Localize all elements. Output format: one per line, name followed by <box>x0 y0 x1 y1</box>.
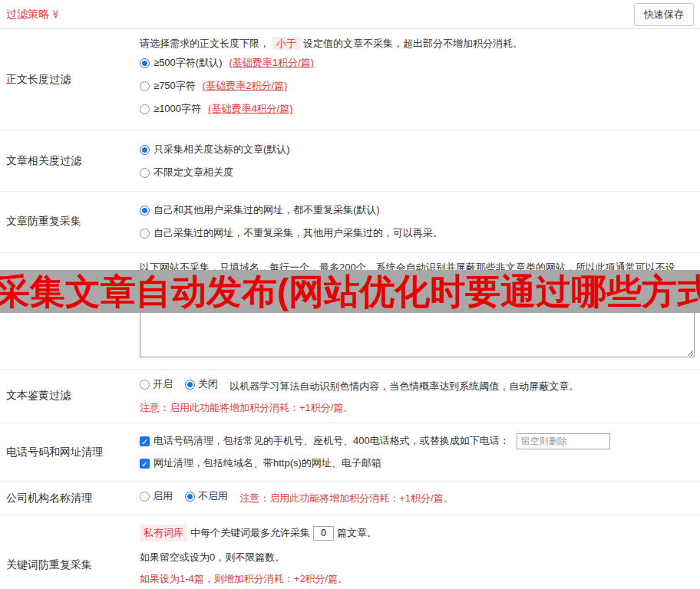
row-label-company-clean: 公司机构名称清理 <box>0 482 134 515</box>
quick-save-button[interactable]: 快速保存 <box>634 3 694 26</box>
radio-option-750chars[interactable]: ≥750字符 (基础费率2积分/篇) <box>140 74 695 97</box>
option-label: 电话号码清理，包括常见的手机号、座机号、400电话格式，或替换成如下电话： <box>154 433 510 449</box>
row-dedup-filter: 文章防重复采集 自己和其他用户采集过的网址，都不重复采集(默认) 自己采集过的网… <box>0 192 700 252</box>
option-label: ≥750字符 <box>154 78 196 94</box>
row-label-dedup-filter: 文章防重复采集 <box>0 192 134 252</box>
row-content-keyword-dedup: 私有词库 中每个关键词最多允许采集 篇文章。 如果留空或设为0，则不限篇数。 如… <box>134 515 700 589</box>
radio-option-relevance-any[interactable]: 不限定文章相关度 <box>140 161 695 184</box>
replacement-phone-input[interactable] <box>517 433 610 449</box>
row-porn-filter: 文本鉴黄过滤 开启 关闭 以机器学习算法自动识别色情内容，当色情概率达到系统阈值… <box>0 370 700 423</box>
radio-icon[interactable] <box>140 229 150 239</box>
row-label-keyword-dedup: 关键词防重复采集 <box>0 515 134 589</box>
chevron-down-icon: ≫ <box>51 10 60 19</box>
option-label: 只采集相关度达标的文章(默认) <box>154 142 290 157</box>
keyword-limit-suffix: 篇文章。 <box>337 525 377 541</box>
radio-icon[interactable] <box>140 81 150 91</box>
radio-icon[interactable] <box>140 492 150 502</box>
radio-option-1000chars[interactable]: ≥1000字符 (基础费率4积分/篇) <box>140 97 695 120</box>
porn-filter-fee-note: 注意：启用此功能将增加积分消耗：+1积分/篇。 <box>140 400 695 416</box>
row-company-clean: 公司机构名称清理 启用 不启用 注意：启用此功能将增加积分消耗：+1积分/篇。 <box>0 482 700 515</box>
radio-icon[interactable] <box>185 492 195 502</box>
radio-icon[interactable] <box>140 206 150 216</box>
porn-filter-options: 开启 关闭 以机器学习算法自动识别色情内容，当色情概率达到系统阈值，自动屏蔽文章… <box>140 377 695 394</box>
option-fee-note: (基础费率4积分/篇) <box>208 101 293 117</box>
option-label: ≥1000字符 <box>154 101 201 117</box>
keyword-note-fee: 如果设为1-4篇，则增加积分消耗：+2积分/篇。 <box>140 571 695 587</box>
row-label-porn-filter: 文本鉴黄过滤 <box>0 370 134 423</box>
keyword-limit-input[interactable] <box>313 526 334 541</box>
radio-icon[interactable] <box>140 104 150 114</box>
radio-option-porn-off[interactable]: 关闭 <box>185 377 218 392</box>
option-label: 启用 <box>153 489 173 504</box>
radio-icon[interactable] <box>140 380 150 390</box>
option-label: 开启 <box>153 377 173 392</box>
intro-highlight: 小于 <box>272 37 300 50</box>
radio-option-company-on[interactable]: 启用 <box>140 489 173 504</box>
watermark-text: 采集文章自动发布(网站优化时要通过哪些方式进 <box>0 274 700 309</box>
keyword-note-zero: 如果留空或设为0，则不限篇数。 <box>140 550 695 565</box>
row-length-filter: 正文长度过滤 请选择需求的正文长度下限，小于设定值的文章不采集，超出部分不增加积… <box>0 29 700 131</box>
keyword-limit-text: 中每个关键词最多允许采集 <box>190 525 310 541</box>
private-lexicon-tag: 私有词库 <box>140 525 187 541</box>
radio-option-dedup-all-users[interactable]: 自己和其他用户采集过的网址，都不重复采集(默认) <box>140 199 695 222</box>
company-clean-options: 启用 不启用 注意：启用此功能将增加积分消耗：+1积分/篇。 <box>140 489 695 506</box>
option-label: 网址清理，包括纯域名、带http(s)的网址、电子邮箱 <box>154 456 381 471</box>
option-label: 不启用 <box>198 489 228 504</box>
radio-option-dedup-self-only[interactable]: 自己采集过的网址，不重复采集，其他用户采集过的，可以再采。 <box>140 222 695 245</box>
radio-option-500chars[interactable]: ≥500字符(默认) (基础费率1积分/篇) <box>140 51 695 74</box>
row-label-length-filter: 正文长度过滤 <box>0 29 134 130</box>
company-clean-fee-note: 注意：启用此功能将增加积分消耗：+1积分/篇。 <box>239 492 453 504</box>
row-label-relevance-filter: 文章相关度过滤 <box>0 131 134 191</box>
checkbox-icon[interactable] <box>140 459 150 469</box>
option-label: 自己和其他用户采集过的网址，都不重复采集(默认) <box>154 202 380 218</box>
page-title-label: 过滤策略 <box>6 8 49 21</box>
row-label-phone-url-clean: 电话号码和网址清理 <box>0 423 134 481</box>
option-label: 不限定文章相关度 <box>154 165 233 180</box>
intro-post: 设定值的文章不采集，超出部分不增加积分消耗。 <box>303 38 523 49</box>
porn-filter-description: 以机器学习算法自动识别色情内容，当色情概率达到系统阈值，自动屏蔽文章。 <box>229 380 579 392</box>
checkbox-icon[interactable] <box>140 436 150 446</box>
radio-option-relevance-strict[interactable]: 只采集相关度达标的文章(默认) <box>140 138 695 161</box>
watermark-banner: 采集文章自动发布(网站优化时要通过哪些方式进 <box>0 270 700 313</box>
page-title[interactable]: 过滤策略 ≫ <box>6 8 61 21</box>
row-content-length-filter: 请选择需求的正文长度下限，小于设定值的文章不采集，超出部分不增加积分消耗。 ≥5… <box>134 29 700 130</box>
row-content-relevance-filter: 只采集相关度达标的文章(默认) 不限定文章相关度 <box>134 131 700 191</box>
row-content-company-clean: 启用 不启用 注意：启用此功能将增加积分消耗：+1积分/篇。 <box>134 482 700 515</box>
keyword-limit-line: 私有词库 中每个关键词最多允许采集 篇文章。 <box>140 522 695 544</box>
option-label: ≥500字符(默认) <box>154 55 222 71</box>
topbar: 过滤策略 ≫ 快速保存 <box>0 0 700 29</box>
row-content-porn-filter: 开启 关闭 以机器学习算法自动识别色情内容，当色情概率达到系统阈值，自动屏蔽文章… <box>134 370 700 423</box>
option-fee-note: (基础费率1积分/篇) <box>229 55 314 71</box>
option-label: 关闭 <box>198 377 218 392</box>
row-keyword-dedup: 关键词防重复采集 私有词库 中每个关键词最多允许采集 篇文章。 如果留空或设为0… <box>0 515 700 589</box>
radio-icon[interactable] <box>185 380 195 390</box>
row-relevance-filter: 文章相关度过滤 只采集相关度达标的文章(默认) 不限定文章相关度 <box>0 131 700 192</box>
intro-pre: 请选择需求的正文长度下限， <box>140 38 269 49</box>
checkbox-option-url-clean[interactable]: 网址清理，包括纯域名、带http(s)的网址、电子邮箱 <box>140 452 695 474</box>
option-fee-note: (基础费率2积分/篇) <box>203 78 288 94</box>
radio-option-porn-on[interactable]: 开启 <box>140 377 173 392</box>
radio-icon[interactable] <box>140 168 150 178</box>
option-label: 自己采集过的网址，不重复采集，其他用户采集过的，可以再采。 <box>154 225 443 241</box>
checkbox-option-phone-clean[interactable]: 电话号码清理，包括常见的手机号、座机号、400电话格式，或替换成如下电话： <box>140 430 695 452</box>
radio-option-company-off[interactable]: 不启用 <box>185 489 228 504</box>
radio-icon[interactable] <box>140 58 150 68</box>
row-content-dedup-filter: 自己和其他用户采集过的网址，都不重复采集(默认) 自己采集过的网址，不重复采集，… <box>134 192 700 252</box>
radio-icon[interactable] <box>140 145 150 155</box>
row-content-phone-url-clean: 电话号码清理，包括常见的手机号、座机号、400电话格式，或替换成如下电话： 网址… <box>134 423 700 481</box>
length-filter-intro: 请选择需求的正文长度下限，小于设定值的文章不采集，超出部分不增加积分消耗。 <box>140 36 695 51</box>
row-phone-url-clean: 电话号码和网址清理 电话号码清理，包括常见的手机号、座机号、400电话格式，或替… <box>0 423 700 482</box>
